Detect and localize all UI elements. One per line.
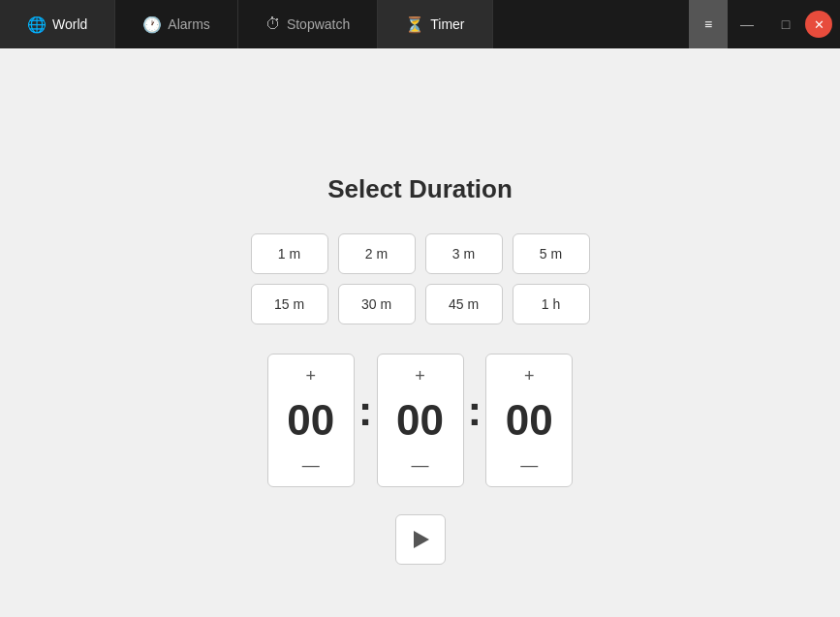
preset-45m-button[interactable]: 45 m [425,284,503,324]
hours-increment-button[interactable]: + [268,360,354,391]
hours-value: 00 [287,391,334,449]
separator-2: : [468,386,482,454]
time-picker: + 00 — : + 00 — : + 00 — [267,354,573,487]
page-title: Select Duration [327,174,513,204]
window-controls: ≡ — □ ✕ [689,0,840,48]
seconds-value: 00 [506,391,553,449]
tab-timer-label: Timer [430,16,464,32]
alarms-icon: 🕐 [142,15,162,34]
hours-unit: + 00 — [267,354,355,487]
minimize-button[interactable]: — [728,0,766,48]
hamburger-button[interactable]: ≡ [689,0,728,48]
main-content: Select Duration 1 m 2 m 3 m 5 m 15 m 30 … [0,48,840,617]
hours-decrement-button[interactable]: — [268,449,354,480]
tab-world[interactable]: 🌐 World [0,0,115,48]
tab-alarms-label: Alarms [168,16,210,32]
separator-1: : [358,386,373,454]
preset-1h-button[interactable]: 1 h [513,284,590,324]
preset-5m-button[interactable]: 5 m [513,233,590,274]
play-button[interactable] [395,514,446,565]
tab-world-label: World [52,16,87,32]
presets-row-2: 15 m 30 m 45 m 1 h [251,284,590,324]
tab-timer[interactable]: ⏳ Timer [378,0,492,48]
close-button[interactable]: ✕ [805,11,832,38]
world-icon: 🌐 [27,15,47,34]
preset-30m-button[interactable]: 30 m [338,284,416,324]
preset-3m-button[interactable]: 3 m [425,233,503,274]
presets-row-1: 1 m 2 m 3 m 5 m [251,233,590,274]
minutes-increment-button[interactable]: + [378,360,463,391]
tab-stopwatch[interactable]: ⏱ Stopwatch [238,0,378,48]
seconds-decrement-button[interactable]: — [486,449,572,480]
maximize-button[interactable]: □ [766,0,805,48]
minutes-unit: + 00 — [377,354,464,487]
timer-icon: ⏳ [405,15,424,34]
seconds-unit: + 00 — [485,354,573,487]
titlebar: 🌐 World 🕐 Alarms ⏱ Stopwatch ⏳ Timer ≡ —… [0,0,840,48]
tab-alarms[interactable]: 🕐 Alarms [115,0,238,48]
preset-15m-button[interactable]: 15 m [251,284,328,324]
minutes-value: 00 [396,391,444,449]
stopwatch-icon: ⏱ [265,15,281,33]
minutes-decrement-button[interactable]: — [378,449,463,480]
play-icon [414,531,429,548]
preset-1m-button[interactable]: 1 m [251,233,328,274]
preset-2m-button[interactable]: 2 m [338,233,416,274]
seconds-increment-button[interactable]: + [486,360,572,391]
tab-stopwatch-label: Stopwatch [287,16,350,32]
